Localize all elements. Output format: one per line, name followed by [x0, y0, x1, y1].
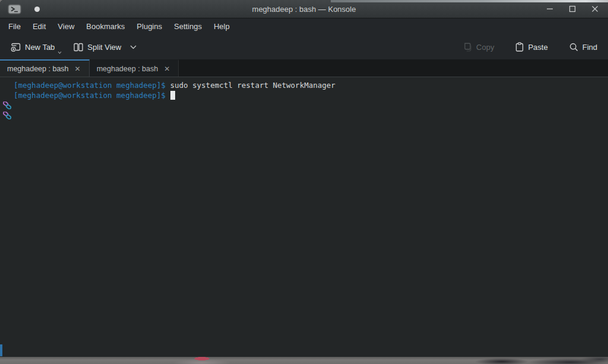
- menu-bookmarks[interactable]: Bookmarks: [80, 20, 131, 33]
- menubar: File Edit View Bookmarks Plugins Setting…: [0, 18, 608, 34]
- pin-indicator-icon[interactable]: [34, 7, 40, 12]
- desktop-background-bottom: [0, 357, 608, 364]
- new-tab-dropdown-icon[interactable]: [58, 51, 62, 54]
- tab-label: meghadeep : bash: [97, 65, 159, 73]
- link-icon: [3, 81, 12, 89]
- menu-file[interactable]: File: [2, 20, 27, 33]
- konsole-window: meghadeep : bash — Konsole File Edit Vie…: [0, 0, 608, 357]
- window-controls: [545, 4, 608, 14]
- toolbar: New Tab Split View: [0, 34, 608, 59]
- paste-icon: [515, 42, 524, 52]
- command-text: [166, 90, 170, 100]
- command-text: sudo systemctl restart NetworkManager: [170, 80, 335, 90]
- menu-help[interactable]: Help: [208, 20, 236, 33]
- split-view-chevron-down-icon[interactable]: [130, 45, 137, 49]
- toolbar-right-group: Copy Paste Find: [461, 39, 600, 55]
- copy-button[interactable]: Copy: [461, 39, 496, 55]
- tab-label: meghadeep : bash: [7, 65, 69, 73]
- shell-prompt: [meghadeep@workstation meghadeep]$: [14, 90, 166, 100]
- terminal-line: [meghadeep@workstation meghadeep]$ sudo …: [3, 80, 606, 90]
- search-icon: [569, 43, 578, 52]
- menu-edit[interactable]: Edit: [27, 20, 52, 33]
- menu-settings[interactable]: Settings: [168, 20, 208, 33]
- scroll-position-indicator[interactable]: [0, 344, 2, 356]
- copy-icon: [463, 42, 472, 52]
- terminal-cursor: [170, 91, 175, 100]
- menu-view[interactable]: View: [52, 20, 80, 33]
- shell-prompt: [meghadeep@workstation meghadeep]$: [14, 80, 166, 90]
- split-view-icon: [74, 43, 83, 52]
- tabbar: meghadeep : bash ✕ meghadeep : bash ✕: [0, 59, 608, 77]
- maximize-button[interactable]: [568, 4, 577, 14]
- terminal-line: [meghadeep@workstation meghadeep]$: [3, 90, 606, 100]
- tab-close-icon[interactable]: ✕: [163, 64, 171, 74]
- paste-label: Paste: [528, 43, 547, 52]
- terminal-screen[interactable]: [meghadeep@workstation meghadeep]$ sudo …: [0, 77, 608, 357]
- paste-button[interactable]: Paste: [513, 39, 550, 55]
- minimize-button[interactable]: [545, 4, 555, 14]
- find-button[interactable]: Find: [567, 39, 600, 55]
- close-button[interactable]: [590, 4, 600, 14]
- new-tab-label: New Tab: [25, 43, 55, 52]
- desktop-background-top: [331, 0, 608, 2]
- new-tab-button[interactable]: New Tab: [8, 39, 57, 55]
- titlebar[interactable]: meghadeep : bash — Konsole: [0, 0, 608, 18]
- tab-meghadeep-bash-2[interactable]: meghadeep : bash ✕: [90, 59, 179, 77]
- tab-close-icon[interactable]: ✕: [74, 64, 82, 74]
- tab-meghadeep-bash-1[interactable]: meghadeep : bash ✕: [0, 59, 90, 77]
- konsole-app-icon[interactable]: [8, 4, 21, 14]
- command-text: [166, 80, 170, 90]
- link-icon: [3, 91, 12, 99]
- find-label: Find: [582, 43, 597, 52]
- split-view-label: Split View: [87, 43, 121, 52]
- window-title: meghadeep : bash — Konsole: [0, 5, 608, 14]
- new-tab-icon: [11, 43, 21, 52]
- split-view-button[interactable]: Split View: [71, 39, 139, 55]
- copy-label: Copy: [476, 43, 494, 52]
- menu-plugins[interactable]: Plugins: [131, 20, 168, 33]
